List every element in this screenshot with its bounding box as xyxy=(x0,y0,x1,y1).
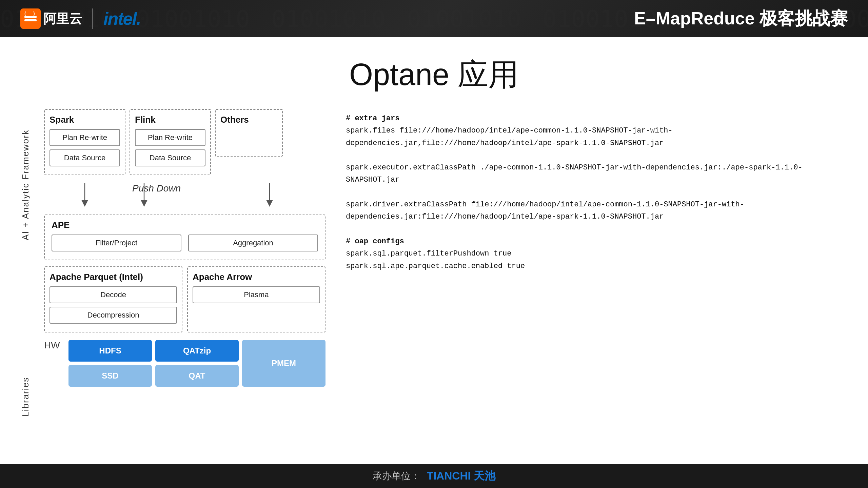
parquet-decode: Decode xyxy=(50,286,177,303)
hw-hdfs: HDFS xyxy=(68,340,152,362)
arrow-title: Apache Arrow xyxy=(193,272,320,282)
svg-text:): ) xyxy=(33,11,35,16)
flink-box: Flink Plan Re-write Data Source xyxy=(130,109,211,175)
libraries-row: Apache Parquet (Intel) Decode Decompress… xyxy=(44,266,326,332)
ape-inner-row: Filter/Project Aggregation xyxy=(52,235,318,255)
code-comment2: # oap configs xyxy=(346,236,848,248)
arrow-plasma: Plasma xyxy=(193,286,320,303)
spark-data-source: Data Source xyxy=(50,149,120,166)
header-divider xyxy=(92,8,93,29)
arrow-box: Apache Arrow Plasma xyxy=(187,266,326,332)
alibaba-icon: ( ) xyxy=(20,8,41,29)
code-line5: spark.sql.ape.parquet.cache.enabled true xyxy=(346,260,848,272)
hw-pmem: PMEM xyxy=(242,340,326,387)
framework-label: AI + Analytic Framework xyxy=(20,129,37,240)
event-title: E–MapReduce 极客挑战赛 xyxy=(634,8,848,28)
ape-filter: Filter/Project xyxy=(52,235,181,251)
slide-body: AI + Analytic Framework Libraries Spark … xyxy=(0,109,868,464)
footer: 承办单位： TIANCHI 天池 xyxy=(0,464,868,488)
ape-title: APE xyxy=(52,220,318,230)
libraries-label: Libraries xyxy=(20,377,37,417)
intel-logo: intel. xyxy=(103,8,140,29)
hw-label: HW xyxy=(44,340,64,387)
parquet-box: Apache Parquet (Intel) Decode Decompress… xyxy=(44,266,182,332)
alibaba-text: 阿里云 xyxy=(43,10,82,27)
ape-box: APE Filter/Project Aggregation xyxy=(44,215,326,260)
spark-plan-rewrite: Plan Re-write xyxy=(50,129,120,146)
code-line4: spark.sql.parquet.filterPushdown true xyxy=(346,248,848,260)
flink-data-source: Data Source xyxy=(135,149,205,166)
header: ( ) 阿里云 intel. E–MapReduce 极客挑战赛 xyxy=(0,0,868,37)
diagram-section: AI + Analytic Framework Libraries Spark … xyxy=(20,109,326,458)
hw-qatzip: QATzip xyxy=(155,340,239,362)
hw-grid: HDFS QATzip PMEM SSD QAT xyxy=(68,340,326,387)
svg-rect-1 xyxy=(24,19,37,21)
hw-qat: QAT xyxy=(155,365,239,387)
code-block: # extra jars spark.files file:///home/ha… xyxy=(346,113,848,272)
others-box: Others xyxy=(215,109,283,157)
slide: Optane 应用 AI + Analytic Framework Librar… xyxy=(0,37,868,464)
pushdown-area: Push Down xyxy=(44,181,326,208)
alibaba-logo: ( ) 阿里云 xyxy=(20,8,82,29)
code-section: # extra jars spark.files file:///home/ha… xyxy=(346,109,848,458)
parquet-decompression: Decompression xyxy=(50,307,177,324)
code-line1: spark.files file:///home/hadoop/intel/ap… xyxy=(346,125,848,149)
footer-label: 承办单位： xyxy=(373,470,420,483)
ape-section: APE Filter/Project Aggregation xyxy=(44,215,326,260)
flink-title: Flink xyxy=(135,115,205,125)
code-comment1: # extra jars xyxy=(346,113,848,125)
framework-row: Spark Plan Re-write Data Source Flink Pl… xyxy=(44,109,326,175)
others-title: Others xyxy=(220,115,277,125)
slide-title: Optane 应用 xyxy=(0,37,868,109)
footer-brand: TIANCHI 天池 xyxy=(427,469,496,484)
code-line3: spark.driver.extraClassPath file:///home… xyxy=(346,199,848,223)
header-logos: ( ) 阿里云 intel. xyxy=(20,8,140,29)
spark-box: Spark Plan Re-write Data Source xyxy=(44,109,125,175)
hw-section: HW HDFS QATzip PMEM SSD QAT xyxy=(44,340,326,387)
hw-ssd: SSD xyxy=(68,365,152,387)
side-labels: AI + Analytic Framework Libraries xyxy=(20,109,37,458)
pushdown-arrows xyxy=(44,181,322,208)
diagram-content: Spark Plan Re-write Data Source Flink Pl… xyxy=(44,109,326,458)
flink-plan-rewrite: Plan Re-write xyxy=(135,129,205,146)
spark-title: Spark xyxy=(50,115,120,125)
svg-text:(: ( xyxy=(24,11,26,16)
parquet-title: Apache Parquet (Intel) xyxy=(50,272,177,282)
header-title-area: E–MapReduce 极客挑战赛 xyxy=(634,7,848,30)
ape-aggregation: Aggregation xyxy=(188,235,318,251)
code-line2: spark.executor.extraClassPath ./ape-comm… xyxy=(346,162,848,186)
